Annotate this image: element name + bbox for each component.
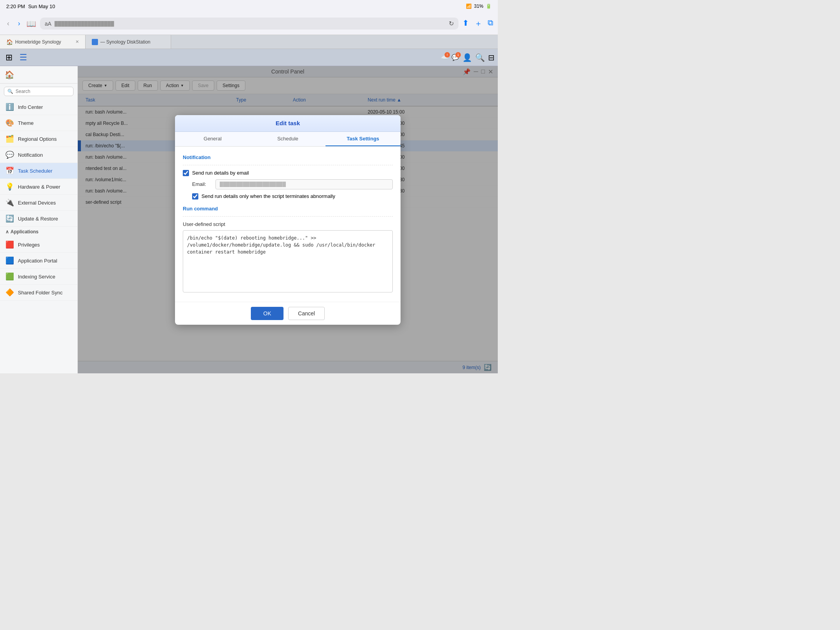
browser-actions: ⬆ ＋ ⧉ xyxy=(462,18,493,29)
toolbar-right: ☁️! 💬1 👤 🔍 ⊟ xyxy=(441,53,495,62)
external-icon: 🔌 xyxy=(5,198,14,207)
url-text: ██████████████████ xyxy=(54,21,446,26)
tab-favicon-homebridge: 🏠 xyxy=(6,39,13,45)
tab-homebridge[interactable]: 🏠 Homebridge Synology ✕ xyxy=(0,35,86,49)
sidebar-label-indexing-service: Indexing Service xyxy=(18,274,55,280)
battery-display: 31% xyxy=(474,4,483,9)
sidebar-search-icon: 🔍 xyxy=(7,89,13,94)
send-email-row: Send run details by email xyxy=(183,170,393,176)
sidebar-item-application-portal[interactable]: 🟦 Application Portal xyxy=(0,253,77,269)
tab-task-settings[interactable]: Task Settings xyxy=(326,132,401,146)
tab-bar: 🏠 Homebridge Synology ✕ — Synology DiskS… xyxy=(0,35,498,49)
regional-icon: 🗂️ xyxy=(5,135,14,143)
share-icon[interactable]: ⬆ xyxy=(462,18,469,29)
sidebar-label-info-center: Info Center xyxy=(18,104,43,110)
bookmarks-icon[interactable]: 📖 xyxy=(26,19,36,28)
sidebar-item-hardware-power[interactable]: 💡 Hardware & Power xyxy=(0,179,77,195)
time-display: 2:20 PM xyxy=(6,4,25,9)
application-portal-icon: 🟦 xyxy=(5,256,14,265)
email-input[interactable] xyxy=(215,179,393,189)
send-abnormal-checkbox[interactable] xyxy=(192,193,198,200)
modal-tabs: General Schedule Task Settings xyxy=(175,132,401,147)
send-email-checkbox[interactable] xyxy=(183,170,189,176)
wifi-icon: 📶 xyxy=(466,4,472,9)
sidebar-item-update-restore[interactable]: 🔄 Update & Restore xyxy=(0,211,77,227)
sidebar-item-theme[interactable]: 🎨 Theme xyxy=(0,115,77,131)
reload-icon[interactable]: ↻ xyxy=(449,20,454,27)
cloud-notification-icon[interactable]: ☁️! xyxy=(441,54,448,61)
tab-close-homebridge[interactable]: ✕ xyxy=(75,39,79,44)
tab-diskstation[interactable]: — Synology DiskStation xyxy=(86,35,171,49)
battery-icon: 🔋 xyxy=(486,4,492,9)
sidebar-item-regional-options[interactable]: 🗂️ Regional Options xyxy=(0,131,77,147)
search-icon[interactable]: 🔍 xyxy=(475,53,485,62)
url-bar[interactable]: aA ██████████████████ ↻ xyxy=(40,18,458,30)
notification-section-title: Notification xyxy=(183,154,393,160)
search-input[interactable] xyxy=(16,89,70,94)
modal-title: Edit task xyxy=(276,120,300,126)
sidebar-item-notification[interactable]: 💬 Notification xyxy=(0,147,77,163)
user-icon[interactable]: 👤 xyxy=(462,53,472,62)
sidebar-item-shared-folder-sync[interactable]: 🔶 Shared Folder Sync xyxy=(0,285,77,301)
tab-label-diskstation: — Synology DiskStation xyxy=(100,39,150,45)
app-toolbar: ⊞ ☰ ☁️! 💬1 👤 🔍 ⊟ xyxy=(0,49,498,66)
applications-section-header: ∧ Applications xyxy=(0,227,77,237)
chat-notification-icon[interactable]: 💬1 xyxy=(452,54,459,61)
hardware-icon: 💡 xyxy=(5,182,14,191)
sidebar-search-container: 🔍 xyxy=(4,87,74,96)
sidebar-item-task-scheduler[interactable]: 📅 Task Scheduler xyxy=(0,163,77,179)
sidebar-item-indexing-service[interactable]: 🟩 Indexing Service xyxy=(0,269,77,285)
back-button[interactable]: ‹ xyxy=(5,18,12,29)
sidebar-label-privileges: Privileges xyxy=(18,242,40,248)
list-icon-button[interactable]: ☰ xyxy=(17,51,30,64)
sidebar-label-regional: Regional Options xyxy=(18,136,57,142)
sidebar-item-privileges[interactable]: 🟥 Privileges xyxy=(0,237,77,253)
content-area: Control Panel 📌 ─ □ ✕ Create ▼ Edit Run … xyxy=(78,66,498,373)
sidebar-label-task-scheduler: Task Scheduler xyxy=(18,168,52,174)
sidebar: 🏠 🔍 ℹ️ Info Center 🎨 Theme 🗂️ Regional O… xyxy=(0,66,78,373)
send-email-label: Send run details by email xyxy=(192,170,249,176)
tabs-icon[interactable]: ⧉ xyxy=(488,18,493,29)
theme-icon: 🎨 xyxy=(5,119,14,127)
cloud-badge: ! xyxy=(444,52,450,58)
email-label: Email: xyxy=(192,181,212,187)
sidebar-label-external: External Devices xyxy=(18,200,56,206)
sidebar-items-list: ℹ️ Info Center 🎨 Theme 🗂️ Regional Optio… xyxy=(0,99,77,373)
update-icon: 🔄 xyxy=(5,214,14,223)
sidebar-label-update: Update & Restore xyxy=(18,216,58,222)
forward-button[interactable]: › xyxy=(16,18,23,29)
modal-footer: OK Cancel xyxy=(175,302,401,325)
modal-overlay: Edit task General Schedule Task Settings xyxy=(78,66,498,373)
send-abnormal-row: Send run details only when the script te… xyxy=(183,193,393,200)
modal-body: Notification Send run details by email E… xyxy=(175,147,401,302)
tab-label-homebridge: Homebridge Synology xyxy=(15,39,61,45)
sidebar-label-hardware: Hardware & Power xyxy=(18,184,60,190)
sidebar-label-theme: Theme xyxy=(18,120,33,126)
sidebar-item-info-center[interactable]: ℹ️ Info Center xyxy=(0,99,77,115)
ok-button[interactable]: OK xyxy=(251,307,284,320)
privileges-icon: 🟥 xyxy=(5,240,14,249)
sidebar-label-shared-folder: Shared Folder Sync xyxy=(18,290,63,296)
sidebar-item-external-devices[interactable]: 🔌 External Devices xyxy=(0,195,77,211)
script-textarea[interactable]: /bin/echo "$(date) rebooting homebridge.… xyxy=(183,230,393,292)
grid-icon-button[interactable]: ⊞ xyxy=(3,51,15,64)
tab-schedule[interactable]: Schedule xyxy=(250,132,325,146)
tab-general[interactable]: General xyxy=(175,132,250,146)
main-layout: 🏠 🔍 ℹ️ Info Center 🎨 Theme 🗂️ Regional O… xyxy=(0,66,498,373)
sidebar-home-button[interactable]: 🏠 xyxy=(0,66,77,84)
url-prefix: aA xyxy=(45,21,51,27)
chat-badge: 1 xyxy=(455,52,461,58)
browser-chrome: ‹ › 📖 aA ██████████████████ ↻ ⬆ ＋ ⧉ xyxy=(0,12,498,35)
sidebar-label-application-portal: Application Portal xyxy=(18,258,57,264)
script-label: User-defined script xyxy=(183,221,393,227)
shared-folder-icon: 🔶 xyxy=(5,288,14,297)
chevron-down-icon: ∧ xyxy=(5,229,9,234)
run-command-section-title: Run command xyxy=(183,206,393,212)
cancel-button[interactable]: Cancel xyxy=(288,307,325,320)
notification-icon: 💬 xyxy=(5,150,14,159)
display-icon[interactable]: ⊟ xyxy=(488,53,495,62)
info-center-icon: ℹ️ xyxy=(5,103,14,111)
new-tab-icon[interactable]: ＋ xyxy=(474,18,482,29)
date-display: Sun May 10 xyxy=(28,4,55,9)
modal-header: Edit task xyxy=(175,115,401,132)
